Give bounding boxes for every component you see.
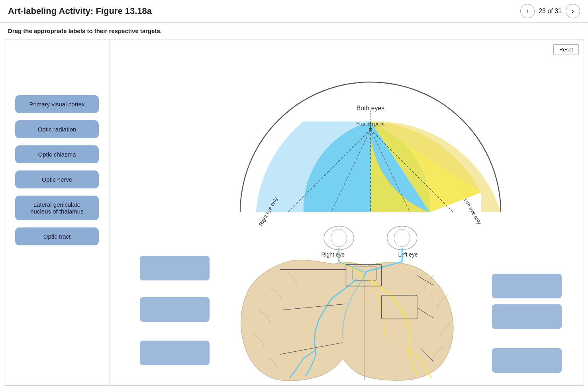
left-eye-only-label: Left eye only: [463, 197, 483, 225]
svg-point-8: [324, 226, 354, 250]
page-count: 23 of 31: [539, 8, 562, 15]
drop-zone-left-3[interactable]: [140, 341, 210, 365]
drop-zone-left-2[interactable]: [140, 297, 210, 322]
label-optic-chiasma[interactable]: Optic chiasma: [15, 145, 99, 163]
labels-panel: Primary visual cortex Optic radiation Op…: [4, 39, 110, 385]
drop-zone-right-3[interactable]: [492, 348, 562, 373]
page-title: Art-labeling Activity: Figure 13.18a: [8, 6, 152, 16]
svg-point-10: [387, 226, 417, 250]
svg-point-11: [394, 229, 410, 247]
label-optic-tract[interactable]: Optic tract: [15, 227, 99, 245]
label-optic-nerve[interactable]: Optic nerve: [15, 170, 99, 188]
label-lateral-geniculate[interactable]: Lateral geniculatenucleus of thalamus: [15, 196, 99, 220]
instruction-text: Drag the appropriate labels to their res…: [0, 23, 588, 39]
header: Art-labeling Activity: Figure 13.18a ‹ 2…: [0, 0, 588, 23]
content-area: Reset Primary visual cortex Optic radiat…: [4, 39, 584, 386]
drop-zone-left-1[interactable]: [140, 256, 210, 280]
drop-zone-right-1[interactable]: [492, 274, 562, 298]
drop-zone-right-2[interactable]: [492, 304, 562, 329]
svg-text:Right eye: Right eye: [321, 251, 345, 258]
svg-text:Left eye: Left eye: [398, 251, 418, 258]
label-optic-radiation[interactable]: Optic radiation: [15, 120, 99, 138]
navigation-controls: ‹ 23 of 31 ›: [520, 4, 580, 18]
diagram-area: Both eyes Fixation point Right eye only …: [110, 39, 584, 385]
diagram-svg: Both eyes Fixation point Right eye only …: [110, 39, 584, 385]
label-primary-visual-cortex[interactable]: Primary visual cortex: [15, 95, 99, 113]
prev-button[interactable]: ‹: [520, 4, 535, 18]
svg-point-9: [331, 229, 347, 247]
next-button[interactable]: ›: [566, 4, 580, 18]
